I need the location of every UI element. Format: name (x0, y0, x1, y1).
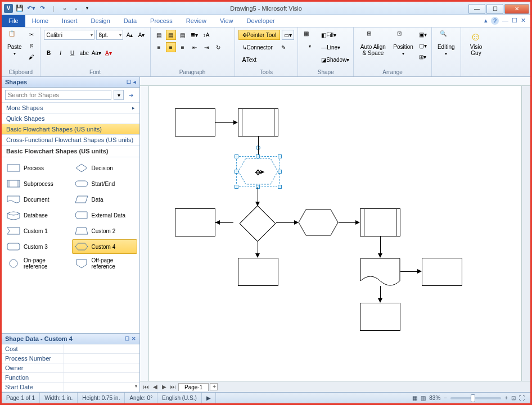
more-shapes-item[interactable]: More Shapes▸ (2, 103, 139, 113)
bold-button[interactable]: B (44, 48, 54, 58)
paste-button[interactable]: 📋 Paste ▾ (5, 29, 24, 68)
tab-view[interactable]: View (213, 15, 240, 27)
connector-8[interactable] (400, 271, 420, 272)
panel-collapse-icon[interactable]: ◂ (133, 79, 136, 85)
editing-button[interactable]: 🔍Editing▾ (435, 29, 457, 74)
doc-min-icon[interactable]: — (502, 17, 508, 25)
status-macro-icon[interactable]: ▶ (202, 393, 216, 403)
sel-handle-n[interactable] (256, 154, 260, 158)
sd-cost-value[interactable] (64, 344, 139, 353)
close-button[interactable]: ✕ (504, 4, 529, 14)
canvas-shape-process-4[interactable] (422, 258, 462, 286)
sd-function-value[interactable] (64, 373, 139, 382)
connector-4[interactable] (339, 222, 358, 223)
align-top-center-icon[interactable]: ▤ (166, 30, 176, 40)
canvas-shape-subprocess-2[interactable] (360, 208, 400, 236)
sd-process-value[interactable] (64, 354, 139, 363)
panel-window-icon[interactable]: ☐ (127, 79, 131, 85)
freeform-tool-icon[interactable]: ✎ (278, 42, 288, 52)
tab-file[interactable]: File (2, 15, 25, 27)
cross-functional-stencil[interactable]: Cross-Functional Flowchart Shapes (US un… (2, 135, 139, 145)
shape-onpage[interactable]: On-page reference (4, 255, 70, 272)
rotate-text-icon[interactable]: ↻ (213, 42, 223, 52)
text-tool-button[interactable]: A Text (238, 54, 261, 65)
zoom-slider[interactable] (450, 397, 501, 399)
shapedata-window-icon[interactable]: ☐ (125, 336, 129, 342)
sel-handle-e[interactable] (278, 170, 282, 174)
case-button[interactable]: Aa▾ (91, 48, 102, 58)
canvas-shape-custom4-selected[interactable] (238, 158, 278, 185)
shape-document[interactable]: Document (4, 192, 70, 207)
font-color-button[interactable]: A▾ (103, 48, 114, 58)
align-top-left-icon[interactable]: ▤ (154, 30, 164, 40)
shape-custom1[interactable]: Custom 1 (4, 224, 70, 238)
align-top-right-icon[interactable]: ▤ (178, 30, 188, 40)
fit-window-icon[interactable]: ⊡ (511, 395, 516, 401)
qat-ext2-icon[interactable]: ▫ (71, 4, 80, 13)
canvas-shape-subprocess[interactable] (238, 108, 278, 136)
minimize-button[interactable]: — (468, 4, 485, 14)
page-add-icon[interactable]: + (210, 383, 218, 390)
sd-row-process[interactable]: Process Number (2, 354, 139, 363)
italic-button[interactable]: I (56, 48, 66, 58)
group-icon[interactable]: ⊞▾ (418, 52, 428, 62)
page-first-icon[interactable]: ⏮ (142, 384, 150, 390)
canvas-shape-process-5[interactable] (360, 303, 400, 331)
connector-3b[interactable] (276, 222, 296, 223)
font-name-combo[interactable]: Calibri (44, 30, 94, 40)
search-input[interactable] (5, 90, 111, 100)
shadow-button[interactable]: ◪ Shadow▾ (321, 54, 350, 65)
copy-icon[interactable]: ⎘ (26, 40, 37, 51)
sel-handle-sw[interactable] (235, 185, 238, 189)
canvas-shape-process-1[interactable] (175, 108, 215, 136)
shape-process[interactable]: Process (4, 161, 70, 175)
qat-dropdown-icon[interactable]: ▾ (83, 4, 92, 13)
search-dropdown-icon[interactable]: ▾ (114, 90, 124, 100)
canvas-shape-process-3[interactable] (238, 258, 278, 286)
drawing-canvas[interactable]: ✥➤ (149, 86, 521, 381)
align-right-icon[interactable]: ≡ (178, 42, 188, 52)
connector-7[interactable] (380, 236, 381, 256)
sd-row-function[interactable]: Function (2, 373, 139, 383)
strikethrough-button[interactable]: abc (79, 48, 89, 58)
tab-insert[interactable]: Insert (55, 15, 84, 27)
redo-icon[interactable]: ↷ (38, 4, 47, 13)
format-painter-icon[interactable]: 🖌 (26, 52, 37, 62)
sd-row-owner[interactable]: Owner (2, 363, 139, 373)
scrollbar-vertical[interactable] (521, 86, 530, 381)
rectangle-tool-icon[interactable]: ▭▾ (282, 30, 294, 40)
shape-custom3[interactable]: Custom 3 (4, 239, 70, 254)
quick-styles-button[interactable]: ▦▾ (301, 29, 318, 68)
tab-data[interactable]: Data (117, 15, 143, 27)
sel-handle-ne[interactable] (278, 154, 282, 158)
save-icon[interactable]: 💾 (15, 4, 24, 13)
shape-database[interactable]: Database (4, 208, 70, 222)
shape-startend[interactable]: Start/End (72, 176, 138, 191)
fullscreen-icon[interactable]: ⛶ (519, 395, 525, 401)
bullets-icon[interactable]: ≣▾ (190, 30, 200, 40)
page-tab-1[interactable]: Page-1 (178, 383, 209, 391)
tab-design[interactable]: Design (84, 15, 117, 27)
fill-button[interactable]: ◧ Fill▾ (321, 30, 337, 40)
page-next-icon[interactable]: ▶ (160, 384, 168, 390)
line-button[interactable]: — Line▾ (321, 42, 341, 52)
canvas-shape-process-2[interactable] (175, 208, 215, 236)
search-go-icon[interactable]: ➜ (126, 90, 136, 100)
sel-handle-w[interactable] (235, 170, 238, 174)
underline-button[interactable]: U (67, 48, 78, 58)
shape-custom4[interactable]: Custom 4 (72, 239, 138, 254)
tab-home[interactable]: Home (25, 15, 55, 27)
sd-owner-value[interactable] (64, 363, 139, 372)
sel-handle-se[interactable] (278, 185, 282, 189)
canvas-shape-hex2[interactable] (298, 209, 339, 236)
auto-align-button[interactable]: ⊞Auto Align & Space (357, 29, 389, 68)
shapedata-close-icon[interactable]: ✕ (132, 336, 136, 342)
zoom-thumb[interactable] (471, 394, 475, 402)
sd-row-startdate[interactable]: Start Date▾ (2, 383, 139, 392)
shrink-font-icon[interactable]: A▾ (137, 30, 147, 40)
shape-external[interactable]: External Data (72, 208, 138, 222)
minimize-ribbon-icon[interactable]: ▴ (484, 17, 488, 25)
indent-inc-icon[interactable]: ⇥ (201, 42, 211, 52)
zoom-in-icon[interactable]: + (504, 395, 508, 401)
connector-tool-button[interactable]: ↳ Connector (238, 42, 277, 52)
